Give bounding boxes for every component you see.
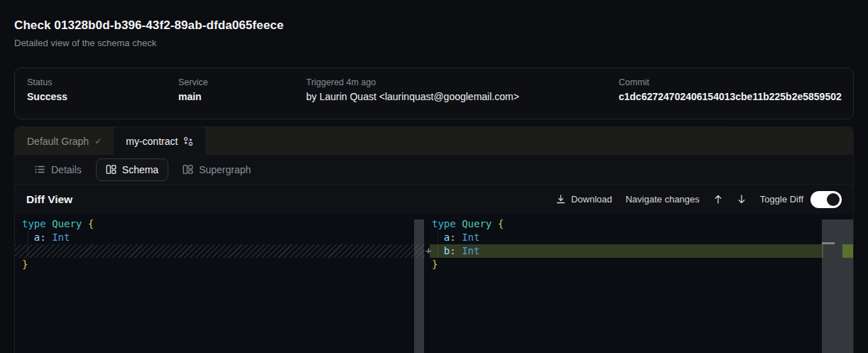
code-line-code: } bbox=[15, 258, 425, 271]
arrow-up-icon bbox=[713, 194, 723, 205]
view-tabs: Details Schema Supergraph bbox=[15, 155, 853, 184]
tab-supergraph[interactable]: Supergraph bbox=[173, 158, 261, 181]
my-contract-label: my-contract bbox=[126, 136, 178, 147]
tab-supergraph-label: Supergraph bbox=[199, 164, 251, 175]
tab-schema[interactable]: Schema bbox=[96, 158, 168, 181]
columns-icon bbox=[106, 164, 116, 175]
page-title: Check 01328b0d-b396-43f2-89ab-dfda065fee… bbox=[14, 18, 283, 33]
check-summary-card: Status Success Service main Triggered 4m… bbox=[14, 67, 854, 119]
git-compare-icon bbox=[183, 136, 193, 146]
commit-value: c1dc62724702406154013cbe11b225b2e5859502 bbox=[619, 91, 842, 102]
list-icon bbox=[35, 164, 45, 175]
diff-editor: type Query { a: Int} + type Query { a: I… bbox=[15, 214, 853, 353]
check-detail-card: Default Graph ✓ my-contract bbox=[14, 126, 854, 353]
default-graph-label: Default Graph bbox=[27, 136, 89, 147]
service-value: main bbox=[178, 91, 208, 102]
navigate-changes-button[interactable]: Navigate changes bbox=[626, 194, 700, 205]
code-line-code: type Query { bbox=[15, 217, 425, 231]
toggle-diff-control: Toggle Diff bbox=[760, 191, 842, 208]
tab-details-label: Details bbox=[51, 164, 82, 175]
previous-change-button[interactable] bbox=[713, 194, 723, 205]
navigate-changes-label: Navigate changes bbox=[626, 194, 700, 205]
service-label: Service bbox=[178, 77, 208, 87]
toggle-diff-switch[interactable] bbox=[810, 191, 842, 208]
summary-commit: Commit c1dc62724702406154013cbe11b225b2e… bbox=[619, 77, 842, 102]
diff-toolbar: Diff View Download Navigate changes bbox=[15, 184, 853, 214]
code-line-added: b: Int bbox=[430, 244, 823, 258]
status-value: Success bbox=[27, 91, 67, 102]
code-line-code: a: Int bbox=[425, 231, 853, 244]
code-line-code: } bbox=[425, 258, 853, 271]
check-icon: ✓ bbox=[94, 136, 102, 146]
download-label: Download bbox=[571, 194, 612, 205]
summary-triggered: Triggered 4m ago by Laurin Quast <laurin… bbox=[306, 77, 519, 102]
code-line-hatch bbox=[15, 244, 425, 258]
tab-my-contract[interactable]: my-contract bbox=[114, 127, 205, 155]
page-subtitle: Detailed view of the schema check bbox=[14, 38, 156, 48]
download-button[interactable]: Download bbox=[555, 194, 612, 205]
diff-pane-original[interactable]: type Query { a: Int} bbox=[15, 214, 425, 353]
diff-toolbar-actions: Download Navigate changes bbox=[555, 191, 842, 208]
triggered-label: Triggered 4m ago bbox=[306, 77, 519, 87]
next-change-button[interactable] bbox=[737, 194, 747, 205]
switch-knob bbox=[827, 193, 840, 206]
graph-tabs: Default Graph ✓ my-contract bbox=[15, 127, 853, 155]
commit-label: Commit bbox=[619, 77, 842, 87]
code-line-code: a: Int bbox=[15, 231, 425, 244]
tab-details[interactable]: Details bbox=[25, 158, 92, 181]
overview-ruler-added-marker bbox=[842, 244, 853, 258]
toggle-diff-label: Toggle Diff bbox=[760, 194, 803, 205]
tab-default-graph[interactable]: Default Graph ✓ bbox=[15, 127, 114, 155]
summary-service: Service main bbox=[178, 77, 208, 102]
columns-icon bbox=[183, 164, 193, 175]
code-line-code: type Query { bbox=[425, 217, 853, 231]
arrow-down-icon bbox=[737, 194, 747, 205]
download-icon bbox=[555, 194, 566, 205]
tab-schema-label: Schema bbox=[122, 164, 158, 175]
vertical-scrollbar[interactable] bbox=[414, 219, 424, 353]
triggered-value: by Laurin Quast <laurinquast@googlemail.… bbox=[306, 91, 519, 102]
summary-status: Status Success bbox=[27, 77, 67, 102]
status-label: Status bbox=[27, 77, 67, 87]
diff-pane-modified[interactable]: + type Query { a: Int b: Int} bbox=[425, 214, 853, 353]
diff-view-title: Diff View bbox=[26, 193, 72, 206]
